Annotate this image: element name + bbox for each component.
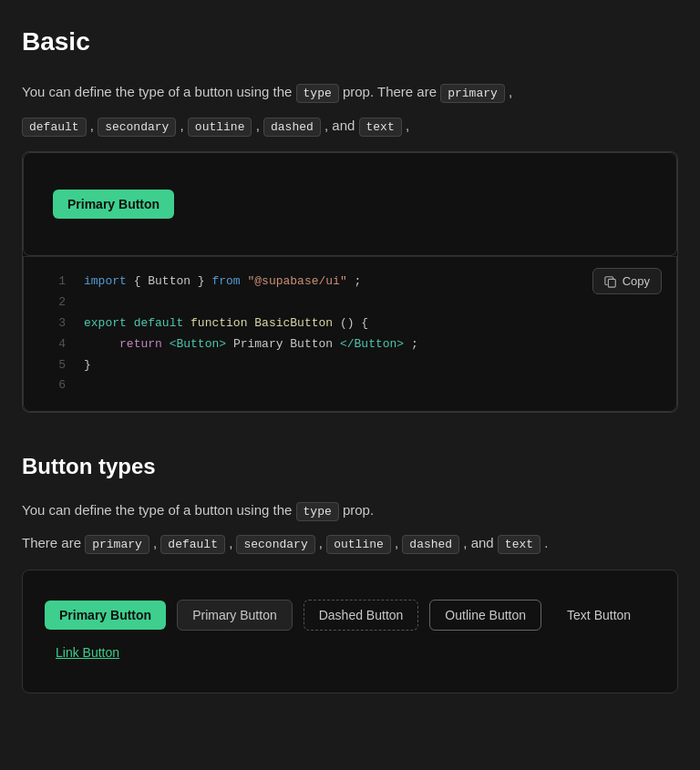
type-prop-code: type — [296, 84, 339, 103]
basic-section: Basic You can define the type of a butto… — [22, 22, 678, 413]
desc-middle: prop. There are — [343, 84, 437, 99]
copy-icon — [604, 275, 617, 288]
bt-primary-code: primary — [85, 535, 149, 554]
bt-type-prop: type — [296, 502, 339, 521]
svg-rect-0 — [608, 279, 615, 287]
bt-desc-prefix: You can define the type of a button usin… — [22, 502, 292, 518]
demo-primary-button[interactable]: Primary Button — [45, 601, 166, 630]
bt-desc-suffix: prop. — [343, 502, 374, 518]
bt-text-code: text — [498, 535, 540, 554]
default-code: default — [22, 118, 87, 137]
basic-primary-button[interactable]: Primary Button — [53, 190, 174, 219]
button-types-title: Button types — [22, 449, 678, 484]
copy-label: Copy — [623, 274, 650, 288]
basic-title: Basic — [22, 22, 678, 63]
bt-dashed-code: dashed — [402, 535, 459, 554]
demo-default-button[interactable]: Primary Button — [177, 600, 293, 631]
basic-code-block: Copy 1 import { Button } from "@supabase… — [23, 256, 677, 412]
outline-code: outline — [188, 118, 252, 137]
dashed-code: dashed — [263, 118, 321, 137]
basic-preview: Primary Button — [23, 152, 677, 256]
demo-dashed-button[interactable]: Dashed Button — [304, 600, 419, 631]
button-types-demo-box: Primary Button Primary Button Dashed But… — [22, 570, 678, 693]
code-line-5: 5 } — [24, 355, 676, 376]
code-line-3: 3 export default function BasicButton ()… — [24, 313, 676, 334]
primary-code: primary — [440, 84, 505, 103]
button-types-section: Button types You can define the type of … — [22, 449, 678, 693]
desc-prefix: You can define the type of a button usin… — [22, 84, 292, 99]
basic-demo-box: Primary Button Copy 1 import { Button } … — [22, 151, 678, 413]
code-line-1: 1 import { Button } from "@supabase/ui" … — [24, 272, 676, 293]
code-line-2: 2 — [24, 293, 676, 313]
demo-link-button[interactable]: Link Button — [56, 642, 119, 663]
bt-second-prefix: There are — [22, 535, 81, 550]
bt-and-text: , and — [463, 535, 493, 550]
bt-default-code: default — [160, 535, 225, 554]
code-line-6: 6 — [24, 375, 676, 396]
bt-secondary-code: secondary — [236, 535, 314, 554]
basic-description: You can define the type of a button usin… — [22, 81, 678, 138]
demo-outline-button[interactable]: Outline Button — [429, 600, 541, 631]
bt-outline-code: outline — [326, 535, 391, 554]
text-code: text — [359, 118, 402, 137]
button-types-description: You can define the type of a button usin… — [22, 499, 678, 556]
secondary-code: secondary — [98, 118, 176, 137]
code-line-4: 4 return <Button> Primary Button </Butto… — [24, 334, 676, 355]
demo-text-button[interactable]: Text Button — [552, 601, 645, 630]
copy-button[interactable]: Copy — [592, 268, 662, 294]
button-types-preview: Primary Button Primary Button Dashed But… — [23, 570, 677, 693]
and-text: , and — [324, 118, 355, 133]
